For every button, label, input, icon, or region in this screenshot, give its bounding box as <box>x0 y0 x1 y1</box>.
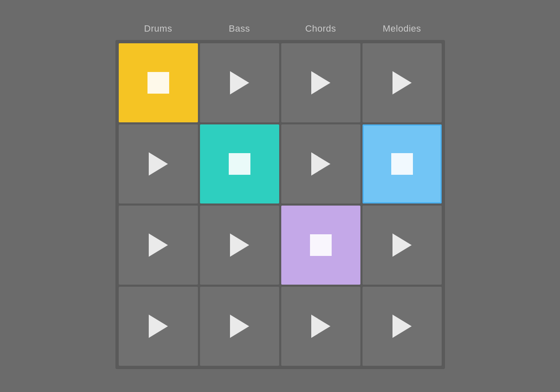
play-icon <box>311 71 330 94</box>
stop-icon <box>310 234 332 256</box>
play-icon <box>311 315 330 338</box>
cell-r1c2[interactable] <box>281 124 360 203</box>
cell-r1c0[interactable] <box>119 124 198 203</box>
play-icon <box>149 233 168 257</box>
grid-row-0 <box>119 43 442 122</box>
play-icon <box>392 315 412 338</box>
grid-row-2 <box>119 206 442 285</box>
main-container: Drums Bass Chords Melodies <box>115 23 445 369</box>
grid-row-1 <box>119 124 442 203</box>
cell-r1c3[interactable] <box>362 124 442 203</box>
stop-icon <box>148 72 169 94</box>
play-icon <box>230 71 249 94</box>
grid-row-3 <box>119 287 442 366</box>
stop-icon <box>391 153 413 175</box>
cell-r2c2[interactable] <box>281 206 360 285</box>
header-bass: Bass <box>199 23 280 40</box>
play-icon <box>149 315 168 338</box>
cell-r3c3[interactable] <box>362 287 442 366</box>
play-icon <box>230 315 249 338</box>
cell-r2c3[interactable] <box>362 206 442 285</box>
play-icon <box>392 71 412 94</box>
play-icon <box>311 152 330 176</box>
play-icon <box>149 152 168 176</box>
cell-r3c2[interactable] <box>281 287 360 366</box>
cell-r0c0[interactable] <box>119 43 198 122</box>
cell-r2c0[interactable] <box>119 206 198 285</box>
cell-r0c2[interactable] <box>281 43 360 122</box>
cell-r0c3[interactable] <box>362 43 442 122</box>
cell-r1c1[interactable] <box>200 124 279 203</box>
play-icon <box>392 233 412 257</box>
header-chords: Chords <box>280 23 361 40</box>
play-icon <box>230 233 249 257</box>
cell-r3c1[interactable] <box>200 287 279 366</box>
cell-r0c1[interactable] <box>200 43 279 122</box>
header-drums: Drums <box>118 23 199 40</box>
column-headers: Drums Bass Chords Melodies <box>118 23 442 40</box>
header-melodies: Melodies <box>361 23 442 40</box>
cell-r2c1[interactable] <box>200 206 279 285</box>
grid <box>115 40 445 369</box>
cell-r3c0[interactable] <box>119 287 198 366</box>
stop-icon <box>229 153 250 175</box>
